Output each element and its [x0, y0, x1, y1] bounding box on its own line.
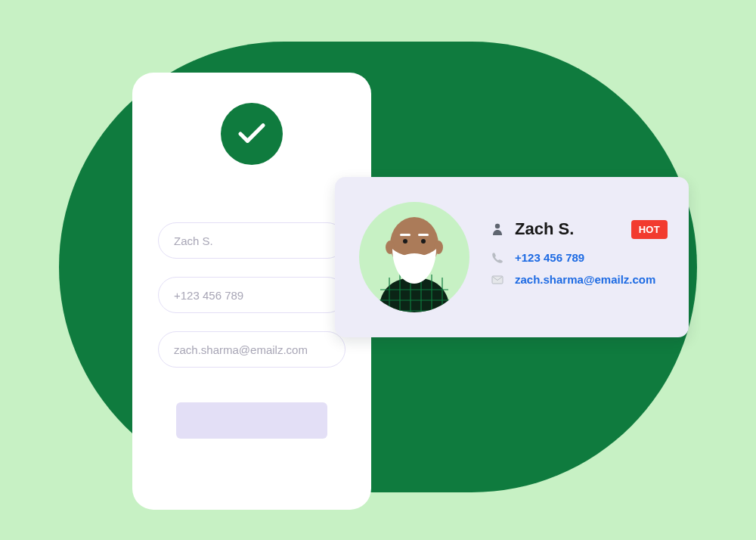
- svg-rect-15: [400, 234, 411, 236]
- svg-point-14: [421, 239, 426, 244]
- email-icon: [491, 274, 504, 286]
- email-input[interactable]: zach.sharma@emailz.com: [158, 331, 345, 368]
- svg-point-17: [495, 224, 500, 228]
- submit-button[interactable]: [176, 402, 327, 439]
- name-input[interactable]: Zach S.: [158, 222, 345, 259]
- svg-rect-16: [418, 234, 429, 236]
- hot-badge: HOT: [631, 220, 668, 239]
- avatar: [359, 202, 469, 312]
- success-check-icon: [221, 103, 283, 165]
- phone-input[interactable]: +123 456 789: [158, 277, 345, 313]
- phone-icon: [491, 252, 504, 264]
- contact-card: Zach S. HOT +123 456 789 zach.sharma@ema…: [335, 177, 689, 337]
- contact-info: Zach S. HOT +123 456 789 zach.sharma@ema…: [491, 219, 668, 295]
- contact-name: Zach S.: [515, 219, 631, 239]
- svg-point-13: [403, 239, 407, 244]
- person-icon: [491, 223, 504, 235]
- contact-phone-link[interactable]: +123 456 789: [515, 251, 584, 264]
- contact-email-link[interactable]: zach.sharma@emailz.com: [515, 273, 655, 286]
